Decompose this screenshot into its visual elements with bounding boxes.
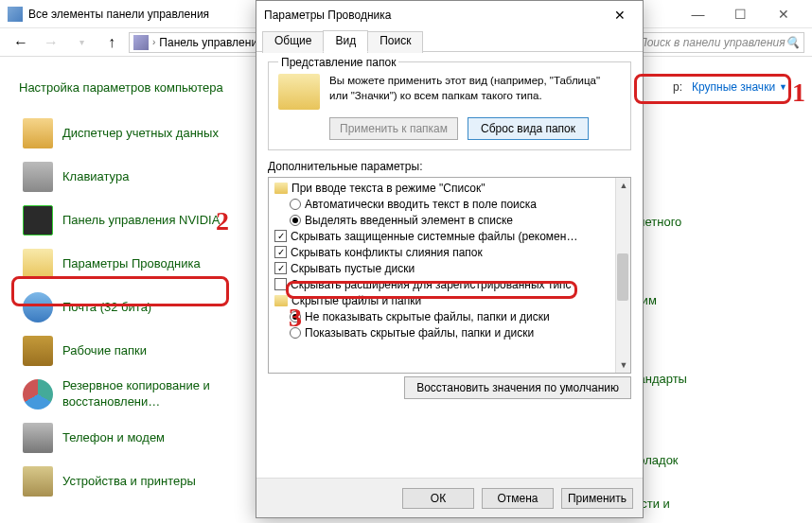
scrollbar[interactable]: ▲ ▼ [615, 178, 630, 373]
tree-group: Скрытые файлы и папки [271, 292, 628, 308]
mail-icon [23, 292, 53, 323]
credentials-icon [23, 118, 53, 148]
dialog-titlebar: Параметры Проводника ✕ [256, 1, 643, 29]
cp-item-devices-printers[interactable]: Устройства и принтеры [19, 460, 246, 503]
tree-checkbox-option[interactable]: Скрывать пустые диски [271, 260, 628, 276]
dialog-close-button[interactable]: ✕ [605, 3, 635, 27]
backup-icon [23, 379, 53, 410]
explorer-options-dialog: Параметры Проводника ✕ Общие Вид Поиск П… [256, 0, 644, 518]
folder-icon [274, 295, 288, 306]
restore-defaults-button[interactable]: Восстановить значения по умолчанию [404, 376, 631, 399]
breadcrumb-chevron: › [152, 37, 155, 47]
nav-history-button[interactable]: ▾ [68, 31, 95, 54]
tree-radio-option[interactable]: Показывать скрытые файлы, папки и диски [271, 324, 628, 340]
cp-item-keyboard[interactable]: Клавиатура [19, 155, 246, 199]
cp-item-phone-modem[interactable]: Телефон и модем [19, 416, 246, 460]
search-icon: 🔍 [786, 36, 800, 49]
checkbox-icon [274, 278, 287, 290]
tab-general[interactable]: Общие [262, 31, 324, 53]
nav-forward-button[interactable]: → [38, 31, 64, 54]
maximize-button[interactable]: ☐ [719, 1, 762, 27]
work-folders-icon [23, 336, 53, 366]
cancel-button[interactable]: Отмена [482, 488, 554, 509]
keyboard-icon [23, 162, 53, 192]
tree-checkbox-option[interactable]: Скрывать защищенные системные файлы (рек… [271, 228, 628, 244]
scroll-up-icon[interactable]: ▲ [616, 178, 631, 193]
cp-item-work-folders[interactable]: Рабочие папки [19, 329, 246, 373]
advanced-settings-tree: При вводе текста в режиме "Список" Автом… [268, 177, 631, 374]
folder-views-fieldset: Представление папок Вы можете применить … [268, 61, 631, 150]
folder-options-icon [23, 249, 53, 279]
chevron-down-icon: ▼ [779, 82, 787, 92]
nvidia-icon [23, 205, 53, 235]
tree-radio-option[interactable]: Выделять введенный элемент в списке [271, 212, 628, 228]
folders-icon [278, 74, 320, 110]
dialog-footer: ОК Отмена Применить [256, 478, 643, 517]
tree-radio-option[interactable]: Автоматически вводить текст в поле поиск… [271, 196, 628, 212]
fieldset-text: Вы можете применить этот вид (например, … [329, 74, 621, 103]
minimize-button[interactable]: — [677, 1, 719, 27]
cp-item-explorer-options[interactable]: Параметры Проводника [19, 242, 246, 286]
tree-checkbox-option[interactable]: Скрывать конфликты слияния папок [271, 244, 628, 260]
view-selector: р: Крупные значки ▼ [673, 78, 793, 96]
cp-item-backup[interactable]: Резервное копирование и восстановлени… [19, 373, 246, 416]
apply-to-folders-button[interactable]: Применить к папкам [329, 117, 458, 140]
checkbox-icon [274, 262, 287, 274]
search-input[interactable]: Поиск в панели управления 🔍 [634, 32, 804, 53]
devices-printers-icon [23, 466, 53, 497]
radio-icon [290, 311, 301, 323]
tree-checkbox-hide-extensions[interactable]: Скрывать расширения для зарегистрированн… [271, 276, 628, 292]
cp-item-mail[interactable]: Почта (32 бита) [19, 286, 246, 329]
fieldset-legend: Представление папок [278, 56, 398, 69]
reset-folders-button[interactable]: Сброс вида папок [468, 117, 589, 140]
search-placeholder: Поиск в панели управления [639, 36, 786, 49]
apply-button[interactable]: Применить [561, 488, 633, 509]
dialog-title: Параметры Проводника [264, 9, 605, 22]
tab-search[interactable]: Поиск [367, 31, 423, 53]
cp-item-nvidia[interactable]: Панель управления NVIDIA [19, 199, 246, 242]
phone-modem-icon [23, 423, 53, 453]
page-heading: Настройка параметров компьютера [19, 80, 223, 95]
advanced-label: Дополнительные параметры: [268, 160, 631, 173]
radio-icon [290, 327, 301, 339]
radio-icon [290, 199, 301, 210]
scroll-down-icon[interactable]: ▼ [616, 357, 631, 373]
view-dropdown[interactable]: Крупные значки ▼ [686, 78, 793, 96]
tab-view[interactable]: Вид [323, 30, 368, 52]
cp-item-credentials[interactable]: Диспетчер учетных данных [19, 112, 246, 155]
tree-radio-option[interactable]: Не показывать скрытые файлы, папки и дис… [271, 308, 628, 324]
ok-button[interactable]: ОК [402, 488, 474, 509]
nav-up-button[interactable]: ↑ [98, 31, 125, 54]
control-panel-icon [8, 7, 23, 22]
scroll-thumb[interactable] [617, 253, 628, 301]
folder-icon [274, 183, 288, 194]
close-button[interactable]: ✕ [762, 1, 804, 27]
radio-icon [290, 215, 301, 226]
view-value: Крупные значки [692, 80, 775, 94]
dialog-tabs: Общие Вид Поиск [256, 29, 643, 52]
checkbox-icon [274, 230, 287, 242]
address-icon [133, 35, 149, 50]
nav-back-button[interactable]: ← [8, 31, 34, 54]
tree-group: При вводе текста в режиме "Список" [271, 180, 628, 196]
view-label: р: [673, 80, 682, 94]
checkbox-icon [274, 246, 287, 258]
breadcrumb-item[interactable]: Панель управления [159, 36, 263, 49]
